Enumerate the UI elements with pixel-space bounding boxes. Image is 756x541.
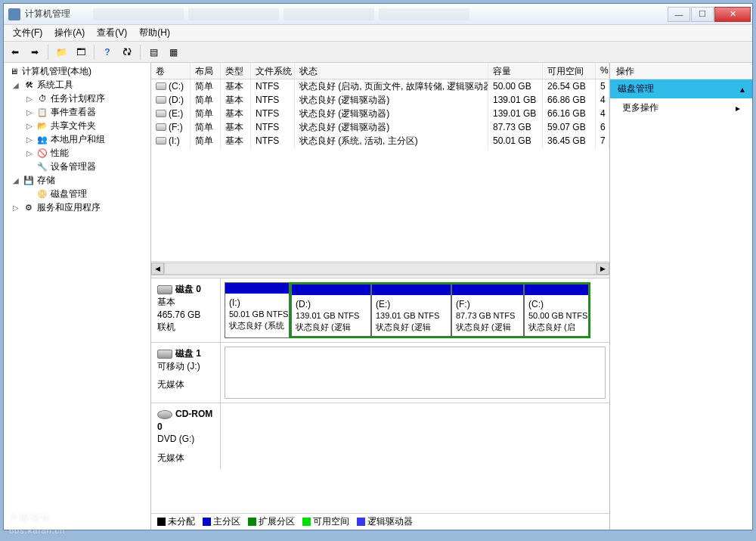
up-button[interactable]: 📁 — [53, 44, 70, 61]
window-title: 计算机管理 — [25, 8, 70, 20]
cdrom-info: CD-ROM 0 DVD (G:) 无媒体 — [151, 403, 221, 469]
legend-extended: 扩展分区 — [248, 515, 295, 528]
menubar: 文件(F) 操作(A) 查看(V) 帮助(H) — [4, 25, 752, 42]
disk-1-row[interactable]: 磁盘 1 可移动 (J:) 无媒体 — [151, 343, 609, 403]
view-top-button[interactable]: ▤ — [145, 44, 162, 61]
tree-services-apps[interactable]: ▷⚙服务和应用程序 — [4, 201, 150, 214]
tree-event-viewer[interactable]: ▷📋事件查看器 — [4, 105, 150, 119]
col-filesystem[interactable]: 文件系统 — [251, 63, 295, 79]
collapse-icon: ▴ — [740, 84, 745, 95]
actions-pane: 操作 磁盘管理▴ 更多操作▸ — [610, 63, 752, 530]
disk-0-partitions: (I:)50.01 GB NTFS状态良好 (系统(D:)139.01 GB N… — [221, 278, 609, 342]
legend: 未分配 主分区 扩展分区 可用空间 逻辑驱动器 — [151, 513, 609, 530]
close-button[interactable]: ✕ — [714, 7, 751, 22]
tree-system-tools[interactable]: ◢🛠系统工具 — [4, 78, 150, 92]
actions-more[interactable]: 更多操作▸ — [610, 98, 752, 117]
disk-0-info: 磁盘 0 基本 465.76 GB 联机 — [151, 278, 221, 342]
col-type[interactable]: 类型 — [221, 63, 251, 79]
col-status[interactable]: 状态 — [295, 63, 488, 79]
app-icon — [8, 8, 20, 20]
refresh-button[interactable]: 🗘 — [119, 44, 135, 61]
disk-1-partitions — [221, 343, 609, 403]
cdrom-icon — [157, 410, 172, 419]
view-bottom-button[interactable]: ▦ — [165, 44, 181, 61]
actions-section[interactable]: 磁盘管理▴ — [610, 79, 752, 98]
col-percent[interactable]: % — [596, 63, 609, 79]
help-button[interactable]: ? — [99, 44, 116, 61]
volume-row[interactable]: (I:)简单基本NTFS状态良好 (系统, 活动, 主分区)50.01 GB36… — [151, 134, 609, 148]
legend-free: 可用空间 — [302, 515, 349, 528]
menu-view[interactable]: 查看(V) — [91, 25, 133, 41]
tree-device-manager[interactable]: 🔧设备管理器 — [4, 160, 150, 173]
tree-local-users[interactable]: ▷👥本地用户和组 — [4, 132, 150, 146]
menu-help[interactable]: 帮助(H) — [133, 25, 176, 41]
tree-task-scheduler[interactable]: ▷⏱任务计划程序 — [4, 92, 150, 105]
disk-map: 磁盘 0 基本 465.76 GB 联机 (I:)50.01 GB NTFS状态… — [151, 278, 609, 513]
tree-root[interactable]: 🖥计算机管理(本地) — [4, 64, 150, 78]
partition[interactable]: (F:)87.73 GB NTFS状态良好 (逻辑 — [451, 284, 524, 337]
volume-list-header[interactable]: 卷 布局 类型 文件系统 状态 容量 可用空间 % — [151, 63, 609, 79]
cdrom-partitions — [221, 403, 609, 469]
properties-button[interactable]: 🗔 — [73, 44, 89, 61]
background-browser-tabs — [93, 8, 667, 20]
disk-0-row[interactable]: 磁盘 0 基本 465.76 GB 联机 (I:)50.01 GB NTFS状态… — [151, 278, 609, 343]
drive-icon — [156, 96, 166, 104]
partition[interactable]: (D:)139.01 GB NTFS状态良好 (逻辑 — [291, 284, 371, 337]
volume-list-body[interactable]: (C:)简单基本NTFS状态良好 (启动, 页面文件, 故障转储, 逻辑驱动器)… — [151, 79, 609, 261]
drive-icon — [156, 82, 166, 90]
col-capacity[interactable]: 容量 — [488, 63, 543, 79]
drive-icon — [156, 137, 166, 145]
h-scrollbar[interactable]: ◀▶ — [151, 261, 609, 275]
toolbar: ⬅ ➡ 📁 🗔 ? 🗘 ▤ ▦ — [4, 42, 752, 63]
col-free[interactable]: 可用空间 — [543, 63, 596, 79]
col-layout[interactable]: 布局 — [191, 63, 221, 79]
computer-management-window: 计算机管理 — ☐ ✕ 文件(F) 操作(A) 查看(V) 帮助(H) ⬅ ➡ … — [3, 3, 753, 530]
disk-icon — [157, 285, 172, 294]
submenu-icon: ▸ — [736, 103, 740, 113]
tree-performance[interactable]: ▷🚫性能 — [4, 146, 150, 160]
drive-icon — [156, 110, 166, 117]
disk-1-info: 磁盘 1 可移动 (J:) 无媒体 — [151, 343, 221, 403]
legend-primary: 主分区 — [203, 515, 240, 528]
menu-file[interactable]: 文件(F) — [7, 25, 48, 41]
volume-list: 卷 布局 类型 文件系统 状态 容量 可用空间 % (C:)简单基本NTFS状态… — [151, 63, 609, 275]
actions-header: 操作 — [610, 63, 752, 79]
back-button[interactable]: ⬅ — [7, 44, 23, 61]
minimize-button[interactable]: — — [668, 7, 690, 22]
cdrom-row[interactable]: CD-ROM 0 DVD (G:) 无媒体 — [151, 403, 609, 469]
legend-unallocated: 未分配 — [157, 515, 195, 528]
extended-partition: (D:)139.01 GB NTFS状态良好 (逻辑(E:)139.01 GB … — [290, 282, 590, 338]
drive-icon — [156, 123, 166, 131]
tree-shared-folders[interactable]: ▷📂共享文件夹 — [4, 119, 150, 132]
col-volume[interactable]: 卷 — [151, 63, 191, 79]
tree-storage[interactable]: ◢💾存储 — [4, 173, 150, 187]
disk-icon — [157, 350, 172, 359]
tree-disk-management[interactable]: 📀磁盘管理 — [4, 187, 150, 201]
menu-action[interactable]: 操作(A) — [48, 25, 91, 41]
nav-tree[interactable]: 🖥计算机管理(本地) ◢🛠系统工具 ▷⏱任务计划程序 ▷📋事件查看器 ▷📂共享文… — [4, 63, 151, 530]
forward-button[interactable]: ➡ — [26, 44, 43, 61]
legend-logical: 逻辑驱动器 — [357, 515, 413, 528]
partition[interactable]: (I:)50.01 GB NTFS状态良好 (系统 — [225, 282, 290, 338]
partition[interactable]: (E:)139.01 GB NTFS状态良好 (逻辑 — [371, 284, 451, 337]
maximize-button[interactable]: ☐ — [691, 7, 714, 22]
titlebar[interactable]: 计算机管理 — ☐ ✕ — [4, 4, 752, 25]
partition[interactable]: (C:)50.00 GB NTFS状态良好 (启 — [524, 284, 589, 337]
